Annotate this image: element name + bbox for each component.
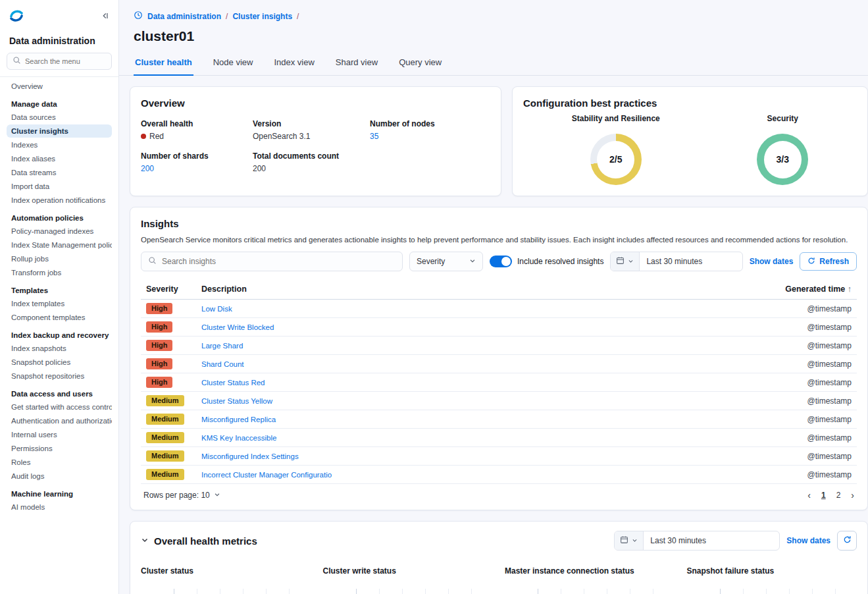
tab-cluster-health[interactable]: Cluster health bbox=[134, 52, 193, 76]
sidebar-item-audit-logs[interactable]: Audit logs bbox=[7, 470, 112, 483]
page-title: cluster01 bbox=[134, 28, 868, 44]
time-range-value[interactable]: Last 30 minutes bbox=[640, 257, 709, 266]
column-header-severity[interactable]: Severity bbox=[141, 279, 196, 300]
insight-link-misconfigured-replica[interactable]: Misconfigured Replica bbox=[201, 416, 276, 423]
refresh-icon bbox=[807, 257, 815, 267]
sidebar-item-index-snapshots[interactable]: Index snapshots bbox=[7, 342, 112, 355]
health-metrics-title: Overall health metrics bbox=[154, 535, 257, 547]
refresh-button[interactable]: Refresh bbox=[800, 252, 857, 271]
generated-time: @timestamp bbox=[758, 447, 857, 466]
sidebar-item-cluster-insights[interactable]: Cluster insights bbox=[7, 124, 112, 138]
overview-value-number-of-shards[interactable]: 200 bbox=[141, 164, 253, 173]
next-page-button[interactable]: › bbox=[851, 490, 854, 500]
breadcrumb-cluster-insights[interactable]: Cluster insights bbox=[232, 12, 292, 21]
sidebar-item-data-sources[interactable]: Data sources bbox=[7, 111, 112, 124]
sidebar-item-rollup-jobs[interactable]: Rollup jobs bbox=[7, 252, 112, 265]
insight-link-large-shard[interactable]: Large Shard bbox=[201, 342, 243, 350]
column-header-description[interactable]: Description bbox=[196, 279, 758, 300]
sidebar-item-index-operation-notifications[interactable]: Index operation notifications bbox=[7, 194, 112, 207]
insights-search-input[interactable] bbox=[162, 257, 396, 266]
sidebar-item-component-templates[interactable]: Component templates bbox=[7, 311, 112, 324]
sidebar-item-indexes[interactable]: Indexes bbox=[7, 138, 112, 151]
sidebar-item-index-state-management-policies[interactable]: Index State Management policies bbox=[7, 238, 112, 252]
overview-value-overall-health: Red bbox=[141, 132, 253, 141]
sidebar-item-transform-jobs[interactable]: Transform jobs bbox=[7, 266, 112, 279]
sidebar-item-get-started-with-access-control[interactable]: Get started with access control bbox=[7, 400, 112, 414]
content-area: Overview Overall healthRedVersionOpenSea… bbox=[119, 76, 868, 594]
rows-per-page-selector[interactable]: Rows per page: 10 bbox=[143, 491, 220, 500]
insight-link-shard-count[interactable]: Shard Count bbox=[201, 360, 244, 368]
table-row: MediumKMS Key Inaccessible@timestamp bbox=[141, 429, 857, 447]
recent-clock-icon[interactable] bbox=[134, 11, 143, 22]
calendar-menu-button[interactable] bbox=[615, 531, 644, 550]
show-dates-link[interactable]: Show dates bbox=[750, 257, 794, 266]
tab-index-view[interactable]: Index view bbox=[272, 52, 315, 76]
table-row: HighLarge Shard@timestamp bbox=[141, 337, 857, 355]
include-resolved-toggle[interactable] bbox=[490, 256, 512, 267]
sidebar-search-input[interactable] bbox=[25, 57, 97, 65]
insight-link-cluster-status-red[interactable]: Cluster Status Red bbox=[201, 379, 265, 387]
tab-shard-view[interactable]: Shard view bbox=[334, 52, 379, 76]
sidebar-item-overview[interactable]: Overview bbox=[7, 80, 112, 93]
severity-badge: High bbox=[146, 303, 172, 314]
sidebar-item-import-data[interactable]: Import data bbox=[7, 180, 112, 193]
column-header-generated-time[interactable]: Generated time ↑ bbox=[758, 279, 857, 300]
sidebar-section-index-backup-and-recovery: Index backup and recovery bbox=[11, 331, 107, 339]
best-practices-panel: Configuration best practices Stability a… bbox=[512, 86, 868, 196]
overview-field-total-documents-count: Total documents count200 bbox=[253, 151, 370, 173]
sidebar-section-machine-learning: Machine learning bbox=[11, 490, 107, 498]
chevron-down-icon bbox=[628, 257, 634, 266]
sidebar-item-policy-managed-indexes[interactable]: Policy-managed indexes bbox=[7, 225, 112, 238]
insight-link-cluster-status-yellow[interactable]: Cluster Status Yellow bbox=[201, 397, 272, 405]
severity-badge: Medium bbox=[146, 469, 184, 480]
chart-grid-area bbox=[538, 589, 669, 594]
sidebar-item-permissions[interactable]: Permissions bbox=[7, 442, 112, 455]
sidebar-item-snapshot-policies[interactable]: Snapshot policies bbox=[7, 356, 112, 369]
sidebar-item-roles[interactable]: Roles bbox=[7, 456, 112, 469]
tab-query-view[interactable]: Query view bbox=[397, 52, 443, 76]
sidebar-section-data-access-and-users: Data access and users bbox=[11, 390, 107, 398]
sidebar-search[interactable] bbox=[7, 53, 112, 70]
include-resolved-toggle-group: Include resolved insights bbox=[490, 256, 603, 267]
insights-search[interactable] bbox=[141, 252, 403, 271]
sidebar-item-index-aliases[interactable]: Index aliases bbox=[7, 152, 112, 165]
insight-link-kms-key-inaccessible[interactable]: KMS Key Inaccessible bbox=[201, 434, 276, 442]
insights-table: Severity Description Generated time ↑ Hi… bbox=[141, 279, 857, 484]
overview-field-number-of-shards: Number of shards200 bbox=[141, 151, 253, 173]
status-chart-plot: RedYellowGreen bbox=[323, 585, 488, 594]
chart-cluster-write-status: Cluster write statusRedYellowGreen bbox=[323, 566, 488, 594]
rows-per-page-label: Rows per page: 10 bbox=[143, 491, 210, 500]
overview-value-number-of-nodes[interactable]: 35 bbox=[370, 132, 490, 141]
collapse-section-chevron-icon[interactable] bbox=[141, 536, 149, 546]
sidebar: Data administration OverviewManage dataD… bbox=[0, 0, 119, 594]
calendar-menu-button[interactable] bbox=[611, 252, 640, 271]
metrics-show-dates-link[interactable]: Show dates bbox=[786, 536, 830, 545]
page-1-button[interactable]: 1 bbox=[821, 491, 826, 500]
sidebar-item-index-templates[interactable]: Index templates bbox=[7, 297, 112, 310]
severity-filter-select[interactable]: Severity bbox=[409, 252, 483, 271]
sidebar-item-data-streams[interactable]: Data streams bbox=[7, 166, 112, 179]
insight-link-low-disk[interactable]: Low Disk bbox=[201, 305, 232, 313]
generated-time: @timestamp bbox=[758, 466, 857, 484]
sidebar-item-ai-models[interactable]: AI models bbox=[7, 500, 112, 514]
sidebar-item-snapshot-repositories[interactable]: Snapshot repositories bbox=[7, 369, 112, 383]
metrics-time-range-value[interactable]: Last 30 minutes bbox=[644, 536, 713, 545]
insight-link-cluster-write-blocked[interactable]: Cluster Write Blocked bbox=[201, 323, 274, 331]
previous-page-button[interactable]: ‹ bbox=[807, 490, 811, 500]
sidebar-item-authentication-and-authorization[interactable]: Authentication and authorization bbox=[7, 414, 112, 427]
severity-badge: Medium bbox=[146, 395, 184, 406]
sidebar-divider bbox=[0, 76, 118, 77]
insight-link-misconfigured-index-settings[interactable]: Misconfigured Index Settings bbox=[201, 452, 299, 460]
collapse-sidebar-button[interactable] bbox=[99, 10, 111, 24]
status-chart-plot: RedYellowGreen bbox=[505, 585, 670, 594]
gauge-security: Security3/3 bbox=[757, 114, 808, 185]
page-2-button[interactable]: 2 bbox=[836, 491, 841, 500]
chevron-down-icon bbox=[469, 257, 476, 266]
tab-node-view[interactable]: Node view bbox=[212, 52, 255, 76]
severity-badge: High bbox=[146, 358, 172, 369]
insight-link-incorrect-cluster-manager-configuratio[interactable]: Incorrect Cluster Manager Configuratio bbox=[201, 471, 332, 479]
metrics-refresh-button[interactable] bbox=[837, 531, 857, 551]
breadcrumb-data-administration[interactable]: Data administration bbox=[147, 12, 221, 21]
severity-badge: High bbox=[146, 321, 172, 333]
sidebar-item-internal-users[interactable]: Internal users bbox=[7, 428, 112, 441]
